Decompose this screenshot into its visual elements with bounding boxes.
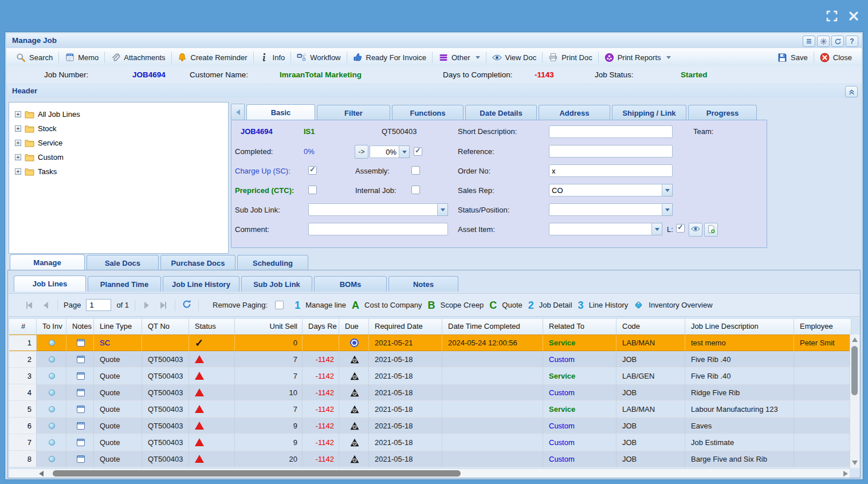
notes-cell-icon[interactable]	[76, 404, 85, 414]
tree-item-all-job-lines[interactable]: +All Job Lines	[9, 107, 228, 121]
save-button[interactable]: Save	[772, 50, 813, 64]
titlebar-help-button[interactable]: ?	[846, 36, 858, 47]
notes-cell-icon[interactable]	[76, 421, 85, 431]
column-header-line-type[interactable]: Line Type	[94, 319, 142, 335]
horizontal-scroll-thumb[interactable]	[53, 470, 461, 477]
tree-item-stock[interactable]: +Stock	[9, 121, 228, 136]
subtab-planned-time[interactable]: Planned Time	[88, 276, 161, 292]
desktop-close-icon[interactable]	[847, 10, 860, 22]
tab-progress[interactable]: Progress	[688, 105, 757, 120]
prepriced-checkbox[interactable]	[308, 186, 317, 194]
toolbar-button-view-doc[interactable]: View Doc	[487, 50, 542, 64]
subtab-job-lines[interactable]: Job Lines	[14, 276, 86, 292]
tab-manage[interactable]: Manage	[10, 254, 85, 270]
toolbar-button-memo[interactable]: Memo	[60, 50, 104, 64]
tab-shipping-link[interactable]: Shipping / Link	[612, 105, 686, 120]
page-input[interactable]	[86, 299, 111, 311]
column-header-related-to[interactable]: Related To	[543, 319, 616, 335]
action-inventory-overview[interactable]: Inventory Overview	[634, 300, 712, 310]
sales-rep-input[interactable]	[549, 184, 662, 196]
sub-job-link-dropdown-button[interactable]	[438, 203, 448, 216]
cell-notes[interactable]	[66, 451, 94, 467]
close-button[interactable]: Close	[815, 50, 857, 64]
assembly-checkbox[interactable]	[411, 166, 420, 175]
column-header-employee[interactable]: Employee	[794, 319, 851, 335]
toolbar-button-ready-for-invoice[interactable]: Ready For Invoice	[348, 50, 432, 64]
asset-item-dropdown-button[interactable]	[652, 223, 662, 235]
expand-icon[interactable]: +	[15, 140, 21, 146]
column-header-unit-sell[interactable]: Unit Sell	[235, 319, 303, 335]
titlebar-refresh-button[interactable]	[831, 36, 844, 47]
tree-item-custom[interactable]: +Custom	[9, 150, 228, 164]
notes-cell-icon[interactable]	[76, 338, 85, 348]
cell-notes[interactable]	[66, 401, 94, 418]
asset-view-button[interactable]	[689, 223, 702, 237]
column-header-notes[interactable]: Notes	[66, 319, 94, 335]
expand-icon[interactable]: +	[15, 168, 21, 175]
subtab-job-line-history[interactable]: Job Line History	[163, 276, 239, 292]
cell-notes[interactable]	[66, 335, 94, 351]
column-header-required-date[interactable]: Required Date	[369, 319, 442, 335]
asset-add-button[interactable]	[704, 223, 718, 237]
scroll-down-icon[interactable]	[852, 461, 858, 465]
table-row[interactable]: 3QuoteQT5004037-11422021-05-18ServiceLAB…	[9, 368, 851, 384]
table-row[interactable]: 7QuoteQT5004039-11422021-05-18CustomJOBJ…	[9, 434, 851, 451]
tree-item-tasks[interactable]: +Tasks	[9, 164, 228, 179]
tab-address[interactable]: Address	[539, 105, 610, 120]
table-row[interactable]: 8QuoteQT50040320-11422021-05-18CustomJOB…	[9, 451, 851, 467]
tree-item-service[interactable]: +Service	[9, 136, 228, 150]
toolbar-button-create-reminder[interactable]: Create Reminder	[172, 50, 253, 64]
cell-notes[interactable]	[66, 434, 94, 451]
scroll-right-icon[interactable]	[843, 471, 848, 477]
tab-functions[interactable]: Functions	[392, 105, 464, 120]
status-position-dropdown-button[interactable]	[662, 203, 673, 216]
column-header-job-line-description[interactable]: Job Line Description	[685, 319, 794, 335]
column-header-qt-no[interactable]: QT No	[142, 319, 189, 335]
fullscreen-icon[interactable]	[826, 10, 838, 22]
refresh-grid-button[interactable]	[181, 300, 193, 311]
sales-rep-combo[interactable]	[549, 184, 673, 196]
tab-date-details[interactable]: Date Details	[465, 105, 537, 120]
notes-cell-icon[interactable]	[76, 454, 85, 464]
toolbar-button-info[interactable]: Info	[254, 50, 290, 64]
scroll-up-icon[interactable]	[852, 337, 858, 342]
notes-cell-icon[interactable]	[76, 438, 85, 447]
action-scope-creep[interactable]: BScope Creep	[427, 300, 484, 310]
tab-basic[interactable]: Basic	[246, 104, 315, 120]
reference-input[interactable]	[549, 145, 673, 158]
scroll-left-icon[interactable]	[39, 471, 44, 477]
last-page-button[interactable]	[158, 300, 169, 311]
subtab-sub-job-link[interactable]: Sub Job Link	[241, 276, 312, 292]
horizontal-scrollbar[interactable]	[9, 469, 850, 478]
first-page-button[interactable]	[23, 300, 35, 311]
notes-cell-icon[interactable]	[76, 355, 85, 364]
tab-purchase-docs[interactable]: Purchase Docs	[160, 255, 235, 270]
column-header-status[interactable]: Status	[189, 319, 235, 335]
internal-job-checkbox[interactable]	[411, 186, 420, 194]
short-description-input[interactable]	[549, 125, 673, 138]
toolbar-button-other[interactable]: Other	[433, 50, 485, 64]
vertical-scroll-thumb[interactable]	[851, 346, 858, 395]
percent-combo[interactable]	[370, 145, 410, 158]
action-manage-line[interactable]: 1Manage line	[294, 300, 346, 310]
cell-notes[interactable]	[66, 368, 94, 384]
action-job-detail[interactable]: 2Job Detail	[528, 300, 572, 310]
vertical-scrollbar[interactable]	[850, 335, 859, 468]
tab-scheduling[interactable]: Scheduling	[237, 255, 308, 270]
table-row[interactable]: 2QuoteQT5004037-11422021-05-18CustomJOBF…	[9, 351, 851, 368]
order-no-input[interactable]	[549, 164, 673, 177]
tab-sale-docs[interactable]: Sale Docs	[87, 255, 159, 270]
table-row[interactable]: 6QuoteQT5004039-11422021-05-18CustomJOBE…	[9, 418, 851, 434]
subtab-boms[interactable]: BOMs	[314, 276, 387, 292]
asset-item-input[interactable]	[549, 223, 652, 235]
sub-job-link-combo[interactable]	[308, 203, 448, 216]
column-header-code[interactable]: Code	[616, 319, 685, 335]
l-checkbox[interactable]	[676, 224, 685, 233]
prev-page-button[interactable]	[40, 300, 52, 311]
column-header-due[interactable]: Due	[339, 319, 369, 335]
charge-up-checkbox[interactable]	[308, 166, 317, 175]
cell-notes[interactable]	[66, 351, 94, 368]
expand-icon[interactable]: +	[15, 154, 21, 160]
expand-icon[interactable]: +	[15, 111, 21, 117]
percent-checkbox[interactable]	[414, 147, 422, 156]
